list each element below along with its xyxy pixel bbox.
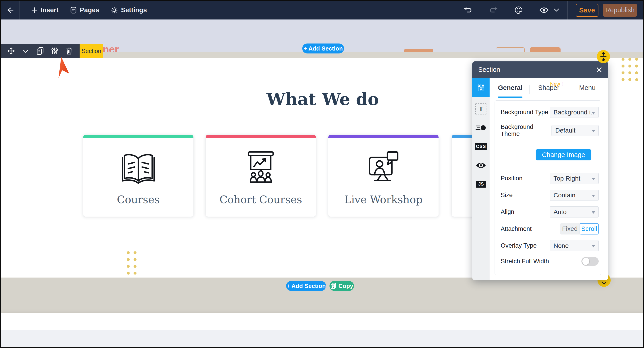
tab-menu[interactable]: Menu bbox=[568, 78, 606, 98]
background-theme-select[interactable]: Default bbox=[552, 125, 599, 136]
panel-main: General New ! Shaper Menu Background Typ… bbox=[490, 78, 608, 280]
collapse-section-button[interactable] bbox=[18, 44, 33, 58]
change-image-button[interactable]: Change Image bbox=[536, 149, 592, 160]
background-theme-label: Background Theme bbox=[501, 123, 552, 137]
text-element-icon: T bbox=[476, 103, 486, 114]
overlay-type-select[interactable]: None bbox=[550, 240, 599, 251]
panel-title: Section bbox=[478, 66, 500, 73]
book-icon bbox=[119, 149, 158, 189]
redo-button[interactable] bbox=[481, 1, 506, 19]
background-type-label: Background Type bbox=[501, 109, 548, 116]
toggle-knob bbox=[582, 258, 589, 265]
rail-sliders-tab[interactable] bbox=[472, 78, 490, 97]
move-section-button[interactable] bbox=[4, 44, 18, 58]
new-badge: New ! bbox=[550, 81, 563, 87]
close-panel-button[interactable] bbox=[596, 67, 602, 73]
js-icon: JS bbox=[476, 181, 486, 188]
insert-label: Insert bbox=[40, 6, 58, 14]
pages-label: Pages bbox=[80, 6, 99, 14]
panel-header: Section bbox=[472, 61, 608, 78]
copy-section-button[interactable]: Copy bbox=[330, 281, 354, 291]
topbar-divider bbox=[20, 1, 20, 19]
attachment-scroll-option[interactable]: Scroll bbox=[580, 223, 599, 235]
rail-js-tab[interactable]: JS bbox=[472, 175, 490, 193]
add-section-button-top[interactable]: + Add Section bbox=[302, 43, 344, 53]
page-builder-window: Insert Pages Settings bbox=[0, 0, 644, 348]
undo-icon bbox=[464, 7, 472, 13]
attachment-segmented-control: Fixed Scroll bbox=[560, 223, 599, 235]
size-label: Size bbox=[501, 192, 513, 199]
section-toolbar: Section bbox=[1, 44, 103, 58]
settings-label: Settings bbox=[121, 6, 147, 14]
sliders-icon bbox=[51, 47, 58, 55]
next-section-preview bbox=[1, 313, 643, 330]
panel-tabs: General New ! Shaper Menu bbox=[490, 78, 608, 98]
css-icon: CSS bbox=[475, 143, 487, 150]
card-body: Live Workshop bbox=[328, 138, 438, 217]
rail-visibility-tab[interactable] bbox=[472, 156, 490, 175]
background-theme-row: Background Theme Default bbox=[501, 123, 599, 137]
rail-text-element-tab[interactable]: T bbox=[472, 99, 490, 118]
delete-section-button[interactable] bbox=[62, 44, 76, 58]
copy-label: Copy bbox=[338, 283, 353, 290]
presentation-icon bbox=[242, 149, 280, 189]
position-select[interactable]: Top Right bbox=[550, 173, 599, 184]
back-button[interactable] bbox=[1, 1, 20, 19]
attachment-row: Attachment Fixed Scroll bbox=[501, 223, 599, 235]
theme-button[interactable] bbox=[506, 1, 531, 19]
stretch-full-width-toggle[interactable] bbox=[582, 257, 599, 266]
section-settings-button[interactable] bbox=[48, 44, 62, 58]
pages-menu[interactable]: Pages bbox=[70, 6, 99, 14]
background-type-row: Background Type Background i... bbox=[501, 107, 599, 118]
settings-menu[interactable]: Settings bbox=[111, 6, 147, 14]
visibility-icon bbox=[476, 162, 486, 169]
rail-css-tab[interactable]: CSS bbox=[472, 137, 490, 156]
decorative-dots-top-right bbox=[622, 58, 638, 81]
position-row: Position Top Right bbox=[501, 173, 599, 184]
topbar-divider bbox=[567, 1, 568, 19]
rail-motion-tab[interactable] bbox=[472, 118, 490, 137]
stretch-full-width-row: Stretch Full Width bbox=[501, 257, 599, 266]
add-section-button-bottom[interactable]: + Add Section bbox=[286, 281, 326, 291]
copy-icon bbox=[330, 283, 336, 289]
align-select[interactable]: Auto bbox=[550, 206, 599, 218]
overlay-type-row: Overlay Type None bbox=[501, 240, 599, 251]
card-label: Live Workshop bbox=[344, 193, 422, 206]
chevron-down-icon bbox=[554, 8, 559, 12]
workshop-icon bbox=[364, 149, 403, 189]
tab-general[interactable]: General bbox=[491, 78, 530, 98]
palette-icon bbox=[514, 6, 523, 14]
background-type-select[interactable]: Background i... bbox=[550, 107, 599, 118]
close-icon bbox=[596, 67, 602, 73]
size-select[interactable]: Contain bbox=[550, 190, 599, 201]
redo-icon bbox=[489, 7, 498, 13]
panel-body: T CSS JS General New bbox=[472, 78, 608, 280]
card-label: Courses bbox=[117, 193, 160, 206]
section-settings-panel: Section T CSS bbox=[472, 61, 608, 280]
section-tag[interactable]: Section bbox=[80, 44, 103, 58]
insert-menu[interactable]: Insert bbox=[32, 6, 58, 14]
resize-vertical-icon bbox=[599, 51, 608, 62]
card-accent-bar bbox=[328, 135, 438, 138]
duplicate-icon bbox=[36, 47, 44, 55]
trash-icon bbox=[65, 47, 73, 55]
preview-button[interactable] bbox=[531, 1, 567, 19]
duplicate-section-button[interactable] bbox=[33, 44, 48, 58]
card-courses[interactable]: Courses bbox=[83, 135, 194, 217]
topbar-left-group: Insert Pages Settings bbox=[1, 1, 147, 19]
attachment-label: Attachment bbox=[501, 225, 532, 232]
card-live-workshop[interactable]: Live Workshop bbox=[328, 135, 438, 217]
attachment-fixed-option[interactable]: Fixed bbox=[560, 223, 580, 235]
section-resize-handle-top[interactable] bbox=[597, 50, 610, 63]
motion-icon bbox=[475, 124, 487, 132]
sliders-icon bbox=[477, 83, 485, 92]
card-cohort-courses[interactable]: Cohort Courses bbox=[206, 135, 316, 217]
move-icon bbox=[7, 47, 15, 55]
general-settings-form: Background Type Background i... Backgrou… bbox=[494, 100, 601, 275]
card-accent-bar bbox=[83, 135, 194, 138]
save-button[interactable]: Save bbox=[576, 4, 598, 17]
undo-button[interactable] bbox=[455, 1, 481, 19]
preview-eye-icon bbox=[539, 7, 549, 13]
tab-shaper[interactable]: New ! Shaper bbox=[530, 78, 568, 98]
republish-button[interactable]: Republish bbox=[603, 4, 637, 17]
